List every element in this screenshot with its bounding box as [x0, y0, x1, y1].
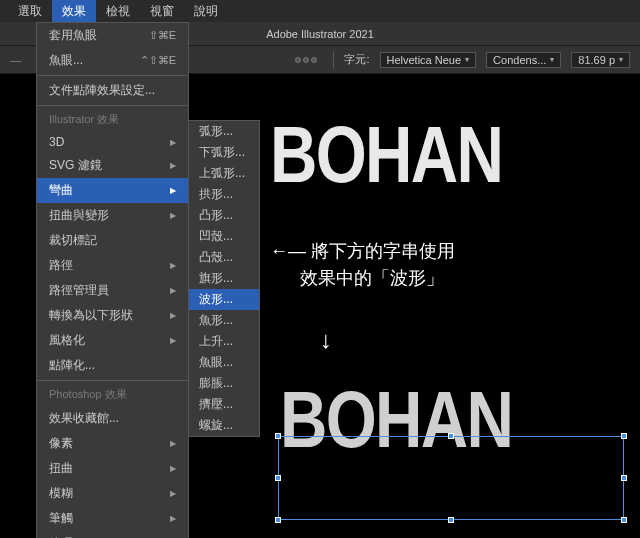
handle-top-right[interactable]: [621, 433, 627, 439]
menu-pathfinder[interactable]: 路徑管理員▶: [37, 278, 188, 303]
sub-shell-lower[interactable]: 凹殼...: [189, 226, 259, 247]
menu-path[interactable]: 路徑▶: [37, 253, 188, 278]
menu-select[interactable]: 選取: [8, 0, 52, 23]
no-selection-label: —: [10, 54, 21, 66]
menu-rasterize[interactable]: 點陣化...: [37, 353, 188, 378]
arrow-left-icon: ←—: [270, 241, 306, 261]
menu-convert-shape[interactable]: 轉換為以下形狀▶: [37, 303, 188, 328]
selection-bounding-box[interactable]: [278, 436, 624, 520]
sub-squeeze[interactable]: 擠壓...: [189, 394, 259, 415]
font-size-field[interactable]: 81.69 p▾: [571, 52, 630, 68]
annotation-text: ←— 將下方的字串使用 效果中的「波形」: [270, 238, 455, 292]
char-label: 字元:: [344, 52, 369, 67]
sub-rise[interactable]: 上升...: [189, 331, 259, 352]
sub-arch[interactable]: 拱形...: [189, 184, 259, 205]
sub-bulge[interactable]: 凸形...: [189, 205, 259, 226]
menu-distort-transform[interactable]: 扭曲與變形▶: [37, 203, 188, 228]
menu-pixelate[interactable]: 像素▶: [37, 431, 188, 456]
paragraph-align-icons[interactable]: [295, 57, 317, 63]
menu-distort-ps[interactable]: 扭曲▶: [37, 456, 188, 481]
handle-mid-left[interactable]: [275, 475, 281, 481]
menu-doc-raster[interactable]: 文件點陣效果設定...: [37, 78, 188, 103]
menu-window[interactable]: 視窗: [140, 0, 184, 23]
divider: [333, 51, 334, 69]
effect-menu: 套用魚眼⇧⌘E 魚眼...⌃⇧⌘E 文件點陣效果設定... Illustrato…: [36, 22, 189, 538]
menu-effect-gallery[interactable]: 效果收藏館...: [37, 406, 188, 431]
menu-effect[interactable]: 效果: [52, 0, 96, 23]
font-family-dropdown[interactable]: Helvetica Neue▾: [380, 52, 477, 68]
menu-apply-last[interactable]: 套用魚眼⇧⌘E: [37, 23, 188, 48]
sub-fisheye[interactable]: 魚眼...: [189, 352, 259, 373]
sub-wave[interactable]: 波形...: [189, 289, 259, 310]
menu-header-photoshop: Photoshop 效果: [37, 383, 188, 406]
warp-submenu: 弧形... 下弧形... 上弧形... 拱形... 凸形... 凹殼... 凸殼…: [188, 120, 260, 437]
handle-bot-left[interactable]: [275, 517, 281, 523]
handle-top-mid[interactable]: [448, 433, 454, 439]
menu-help[interactable]: 說明: [184, 0, 228, 23]
menu-warp[interactable]: 彎曲▶: [37, 178, 188, 203]
sub-fish[interactable]: 魚形...: [189, 310, 259, 331]
text-object-top[interactable]: BOHAN: [270, 109, 502, 201]
menu-last-effect[interactable]: 魚眼...⌃⇧⌘E: [37, 48, 188, 73]
sub-arc-upper[interactable]: 上弧形...: [189, 163, 259, 184]
menu-bar: 選取 效果 檢視 視窗 說明: [0, 0, 640, 22]
menu-brush-strokes[interactable]: 筆觸▶: [37, 506, 188, 531]
handle-bot-mid[interactable]: [448, 517, 454, 523]
sub-twist[interactable]: 螺旋...: [189, 415, 259, 436]
menu-separator: [37, 105, 188, 106]
menu-view[interactable]: 檢視: [96, 0, 140, 23]
handle-top-left[interactable]: [275, 433, 281, 439]
menu-stylize-ai[interactable]: 風格化▶: [37, 328, 188, 353]
sub-inflate[interactable]: 膨脹...: [189, 373, 259, 394]
sub-arc-lower[interactable]: 下弧形...: [189, 142, 259, 163]
app-title: Adobe Illustrator 2021: [266, 28, 374, 40]
menu-texture[interactable]: 紋理▶: [37, 531, 188, 538]
font-style-dropdown[interactable]: Condens...▾: [486, 52, 561, 68]
sub-flag[interactable]: 旗形...: [189, 268, 259, 289]
menu-blur[interactable]: 模糊▶: [37, 481, 188, 506]
sub-shell-upper[interactable]: 凸殼...: [189, 247, 259, 268]
menu-3d[interactable]: 3D▶: [37, 131, 188, 153]
sub-arc[interactable]: 弧形...: [189, 121, 259, 142]
menu-header-illustrator: Illustrator 效果: [37, 108, 188, 131]
menu-separator: [37, 380, 188, 381]
menu-crop-marks[interactable]: 裁切標記: [37, 228, 188, 253]
handle-bot-right[interactable]: [621, 517, 627, 523]
arrow-down-icon: ↓: [320, 326, 332, 354]
menu-svg-filters[interactable]: SVG 濾鏡▶: [37, 153, 188, 178]
menu-separator: [37, 75, 188, 76]
handle-mid-right[interactable]: [621, 475, 627, 481]
